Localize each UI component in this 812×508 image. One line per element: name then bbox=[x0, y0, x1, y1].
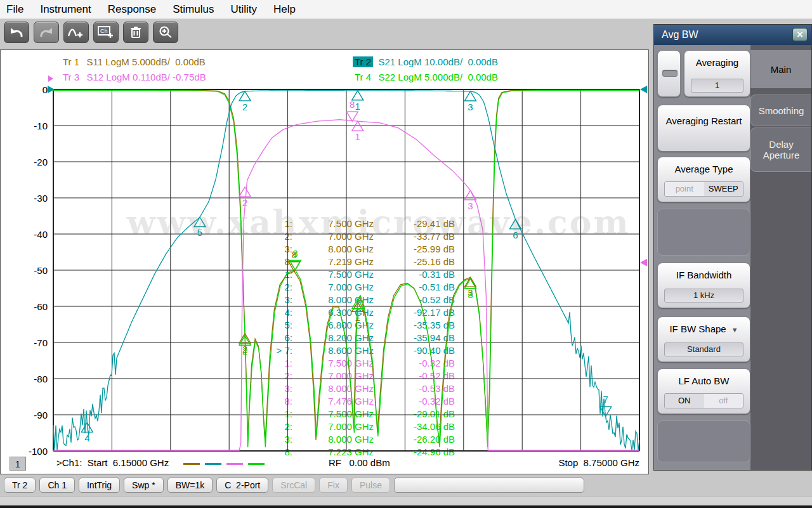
marker-cell: 7.500 GHz bbox=[292, 218, 374, 230]
undo-icon bbox=[8, 25, 25, 40]
trace-badge[interactable]: Tr 1 bbox=[61, 56, 81, 67]
menu-item-utility[interactable]: Utility bbox=[230, 3, 257, 16]
statusbar-button-c-2-port[interactable]: C 2-Port bbox=[216, 478, 268, 493]
stop-frequency-text[interactable]: Stop 8.75000 GHz bbox=[558, 457, 639, 468]
channel-number-badge[interactable]: 1 bbox=[10, 457, 26, 471]
svg-text:Ch: Ch bbox=[100, 28, 108, 34]
zoom-button[interactable] bbox=[153, 22, 178, 43]
marker-cell: 3: bbox=[266, 294, 292, 306]
marker-number-tr2-1: 1 bbox=[355, 101, 360, 112]
menu-item-stimulus[interactable]: Stimulus bbox=[173, 3, 214, 16]
marker-cell: 6.300 GHz bbox=[292, 306, 374, 319]
marker-cell: 8.000 GHz bbox=[292, 382, 374, 395]
if-bandwidth-value[interactable]: 1 kHz bbox=[664, 289, 743, 303]
marker-cell: 1: bbox=[266, 408, 292, 420]
trace-format-label: S21 LogM 10.00dB/ 0.00dB bbox=[373, 56, 498, 67]
trace-badge[interactable]: Tr 4 bbox=[353, 72, 373, 82]
marker-readout-table: 1:7.500 GHz-29.41 dB2:7.000 GHz-33.77 dB… bbox=[266, 218, 455, 459]
tab-delay-aperture[interactable]: Delay Aperture bbox=[750, 127, 811, 172]
trace-badge[interactable]: Tr 3 bbox=[61, 72, 81, 82]
bottom-edge bbox=[0, 505, 812, 508]
legend-tr2[interactable]: Tr 2 S21 LogM 10.00dB/ 0.00dB bbox=[353, 56, 498, 67]
marker-cell: 2: bbox=[266, 420, 292, 433]
marker-cell: 7.000 GHz bbox=[292, 420, 374, 433]
statusbar-button-swp-[interactable]: Swp * bbox=[124, 478, 164, 493]
marker-row-tr1-1: 1:7.500 GHz-29.41 dB bbox=[266, 218, 455, 230]
marker-triangle-tr3-2 bbox=[239, 187, 251, 197]
tab-main[interactable]: Main bbox=[750, 50, 811, 88]
marker-cell: -25.99 dB bbox=[374, 243, 455, 256]
rf-power-text[interactable]: RF 0.00 dBm bbox=[329, 457, 390, 468]
tr3-right-ref-icon bbox=[640, 259, 647, 266]
legend-tr4[interactable]: Tr 4 S22 LogM 5.000dB/ 0.00dB bbox=[353, 72, 498, 82]
add-trace-button[interactable] bbox=[63, 22, 89, 43]
trace-dash-tr3 bbox=[226, 463, 243, 465]
marker-cell: 7.500 GHz bbox=[292, 268, 374, 281]
marker-cell: -34.06 dB bbox=[374, 420, 455, 433]
marker-cell: 3: bbox=[266, 382, 292, 395]
averaging-button[interactable]: Averaging 1 bbox=[684, 50, 750, 97]
statusbar-button-pulse: Pulse bbox=[351, 478, 390, 493]
lf-auto-bw-button[interactable]: LF Auto BW ON off bbox=[657, 368, 750, 414]
if-bw-shape-button[interactable]: IF BW Shape▼ Standard bbox=[657, 316, 750, 362]
statusbar-button-inttrig[interactable]: IntTrig bbox=[79, 478, 120, 493]
averaging-restart-button[interactable]: Averaging Restart bbox=[657, 105, 750, 152]
average-type-option-sweep[interactable]: SWEEP bbox=[704, 182, 743, 196]
marker-cell: 1: bbox=[266, 218, 292, 230]
undo-button[interactable] bbox=[4, 22, 29, 43]
marker-triangle-tr2-2 bbox=[239, 91, 251, 101]
marker-row-tr2-7: > 7:8.600 GHz-90.40 dB bbox=[266, 344, 455, 357]
lf-auto-bw-option-off[interactable]: off bbox=[704, 394, 743, 408]
lf-auto-bw-option-on[interactable]: ON bbox=[665, 394, 704, 408]
marker-number-tr2-5: 5 bbox=[197, 227, 202, 238]
menu-item-response[interactable]: Response bbox=[108, 3, 157, 16]
marker-cell: 8.000 GHz bbox=[292, 294, 374, 306]
marker-number-tr3-3: 3 bbox=[468, 200, 473, 211]
zoom-icon bbox=[158, 25, 173, 40]
channel-start-text[interactable]: >Ch1: Start 6.15000 GHz bbox=[56, 457, 169, 468]
close-button[interactable]: ✕ bbox=[792, 28, 808, 41]
statusbar-button-bw-1k[interactable]: BW=1k bbox=[167, 478, 213, 493]
menu-item-instrument[interactable]: Instrument bbox=[40, 3, 91, 16]
averaging-toggle-button[interactable] bbox=[657, 50, 681, 97]
vna-application-window: FileInstrumentResponseStimulusUtilityHel… bbox=[0, 0, 812, 508]
averaging-value[interactable]: 1 bbox=[691, 79, 743, 93]
marker-cell: -35.35 dB bbox=[374, 319, 455, 332]
marker-cell: -0.52 dB bbox=[374, 370, 455, 382]
marker-cell: -0.31 dB bbox=[374, 268, 455, 281]
marker-cell: -0.32 dB bbox=[374, 395, 455, 408]
menu-item-file[interactable]: File bbox=[6, 3, 23, 16]
statusbar-button-tr-2[interactable]: Tr 2 bbox=[4, 478, 36, 493]
legend-tr1[interactable]: Tr 1 S11 LogM 5.000dB/ 0.00dB bbox=[61, 56, 206, 67]
statusbar-button-ch-1[interactable]: Ch 1 bbox=[39, 478, 75, 493]
delete-trace-button[interactable] bbox=[123, 22, 148, 43]
marker-triangle-tr2-5 bbox=[194, 217, 206, 226]
marker-triangle-tr2-7 bbox=[600, 407, 612, 416]
trace-badge[interactable]: Tr 2 bbox=[353, 56, 373, 67]
menu-item-help[interactable]: Help bbox=[273, 3, 296, 16]
average-type-button[interactable]: Average Type point SWEEP bbox=[657, 157, 750, 202]
averaging-restart-label: Averaging Restart bbox=[658, 115, 750, 126]
add-channel-button[interactable]: Ch bbox=[93, 22, 119, 43]
average-type-segmented: point SWEEP bbox=[664, 181, 743, 197]
marker-cell: -26.20 dB bbox=[374, 433, 455, 446]
if-bw-shape-value[interactable]: Standard bbox=[664, 342, 743, 356]
marker-triangle-tr3-3 bbox=[464, 190, 476, 200]
marker-number-tr4-3: 3 bbox=[468, 289, 473, 300]
if-bandwidth-button[interactable]: IF Bandwidth 1 kHz bbox=[657, 263, 750, 308]
y-tick-label: -70 bbox=[22, 337, 48, 348]
panel-title-bar[interactable]: Avg BW ✕ bbox=[654, 25, 811, 45]
marker-row-tr2-2: 2:7.000 GHz-0.51 dB bbox=[266, 281, 455, 294]
panel-tab-column: MainSmoothingDelay Aperture bbox=[750, 45, 811, 470]
panel-title: Avg BW bbox=[662, 29, 698, 40]
marker-row-tr3-3: 3:8.000 GHz-0.53 dB bbox=[266, 382, 455, 395]
marker-triangle-tr4-3 bbox=[464, 279, 476, 289]
average-type-option-point[interactable]: point bbox=[665, 182, 704, 196]
tab-smoothing[interactable]: Smoothing bbox=[750, 94, 811, 126]
y-tick-label: -50 bbox=[22, 265, 48, 276]
legend-tr3[interactable]: Tr 3 S12 LogM 0.110dB/ -0.75dB bbox=[61, 72, 206, 82]
marker-triangle-tr2-1 bbox=[352, 91, 363, 100]
marker-number-tr3-1: 1 bbox=[355, 131, 360, 142]
y-tick-label: -40 bbox=[22, 229, 48, 240]
marker-cell: -0.53 dB bbox=[374, 382, 455, 395]
